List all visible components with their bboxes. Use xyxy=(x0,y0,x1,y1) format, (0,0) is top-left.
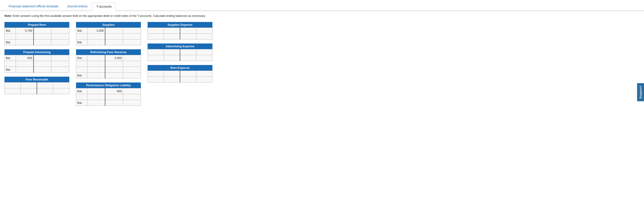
empty-cell[interactable] xyxy=(34,28,52,34)
value-cell[interactable]: 5,700 xyxy=(16,28,34,34)
tab-taccounts[interactable]: T-accounts xyxy=(92,3,116,11)
value-cell[interactable]: 600 xyxy=(105,88,123,94)
empty-cell[interactable] xyxy=(16,39,34,45)
empty-cell[interactable] xyxy=(105,67,123,73)
empty-cell[interactable] xyxy=(148,55,164,61)
empty-cell[interactable] xyxy=(123,34,141,39)
bal-label: Bal. xyxy=(5,28,16,34)
empty-cell[interactable] xyxy=(52,28,69,34)
empty-cell[interactable] xyxy=(37,82,53,88)
tab-journal-entries[interactable]: Journal entries xyxy=(63,3,92,11)
empty-cell[interactable] xyxy=(88,94,105,100)
table-row: Bal. 5,700 xyxy=(5,28,69,34)
empty-cell[interactable] xyxy=(16,67,34,73)
empty-cell[interactable] xyxy=(180,49,196,55)
empty-cell[interactable] xyxy=(180,71,196,77)
empty-cell[interactable] xyxy=(105,73,123,78)
empty-cell[interactable] xyxy=(196,71,212,77)
empty-cell[interactable] xyxy=(105,39,123,45)
note-text: Note: Enter answers using the first avai… xyxy=(0,11,644,20)
empty-cell[interactable] xyxy=(76,67,88,73)
empty-cell[interactable] xyxy=(5,61,16,67)
table-row: Bal. xyxy=(5,39,69,45)
empty-cell[interactable] xyxy=(123,94,141,100)
empty-cell[interactable] xyxy=(16,34,34,39)
empty-cell[interactable] xyxy=(180,55,196,61)
table-row xyxy=(148,71,212,77)
empty-cell[interactable] xyxy=(88,100,105,106)
value-cell[interactable]: 2,500 xyxy=(105,55,123,61)
empty-cell[interactable] xyxy=(5,88,21,94)
empty-cell[interactable] xyxy=(105,34,123,39)
empty-cell[interactable] xyxy=(76,94,88,100)
empty-cell[interactable] xyxy=(123,100,141,106)
empty-cell[interactable] xyxy=(123,39,141,45)
empty-cell[interactable] xyxy=(148,77,164,82)
empty-cell[interactable] xyxy=(16,61,34,67)
empty-cell[interactable] xyxy=(164,28,180,34)
empty-cell[interactable] xyxy=(52,61,69,67)
empty-cell[interactable] xyxy=(164,49,180,55)
empty-cell[interactable] xyxy=(105,100,123,106)
empty-cell[interactable] xyxy=(196,55,212,61)
empty-cell[interactable] xyxy=(88,61,105,67)
empty-cell[interactable] xyxy=(52,67,69,73)
empty-cell[interactable] xyxy=(196,34,212,39)
empty-cell[interactable] xyxy=(180,34,196,39)
empty-cell[interactable] xyxy=(164,34,180,39)
empty-cell[interactable] xyxy=(53,82,69,88)
empty-cell[interactable] xyxy=(52,39,69,45)
empty-cell[interactable] xyxy=(76,34,88,39)
empty-cell[interactable] xyxy=(88,39,105,45)
empty-cell[interactable] xyxy=(88,34,105,39)
t-account-supplies-expense: Supplies Expense xyxy=(148,22,212,39)
empty-cell[interactable] xyxy=(53,88,69,94)
empty-cell[interactable] xyxy=(164,55,180,61)
empty-cell[interactable] xyxy=(164,71,180,77)
empty-cell[interactable] xyxy=(34,39,52,45)
empty-cell[interactable] xyxy=(123,73,141,78)
empty-cell[interactable] xyxy=(123,61,141,67)
empty-cell[interactable] xyxy=(148,49,164,55)
empty-cell[interactable] xyxy=(34,61,52,67)
empty-cell[interactable] xyxy=(88,67,105,73)
empty-cell[interactable] xyxy=(105,94,123,100)
empty-cell[interactable] xyxy=(164,77,180,82)
empty-cell[interactable] xyxy=(37,88,53,94)
empty-cell[interactable] xyxy=(34,55,52,61)
empty-cell[interactable] xyxy=(88,55,105,61)
empty-cell[interactable] xyxy=(148,71,164,77)
empty-cell[interactable] xyxy=(148,34,164,39)
empty-cell[interactable] xyxy=(88,73,105,78)
empty-cell[interactable] xyxy=(88,88,105,94)
tab-financial-statement[interactable]: Financial statement effects template xyxy=(4,3,62,11)
table-row: Bal. 3,000 xyxy=(76,28,141,34)
empty-cell[interactable] xyxy=(52,55,69,61)
empty-cell[interactable] xyxy=(180,28,196,34)
empty-cell[interactable] xyxy=(196,77,212,82)
empty-cell[interactable] xyxy=(123,55,141,61)
value-cell[interactable]: 3,000 xyxy=(88,28,105,34)
value-cell[interactable]: 630 xyxy=(16,55,34,61)
empty-cell[interactable] xyxy=(123,67,141,73)
empty-cell[interactable] xyxy=(123,88,141,94)
empty-cell[interactable] xyxy=(180,77,196,82)
empty-cell[interactable] xyxy=(196,49,212,55)
tab-bar: Financial statement effects template Jou… xyxy=(0,0,644,11)
t-account-prepaid-advertising: Prepaid Advertising Bal. 630 xyxy=(4,49,69,73)
empty-cell[interactable] xyxy=(21,82,37,88)
empty-cell[interactable] xyxy=(105,61,123,67)
empty-cell[interactable] xyxy=(52,34,69,39)
support-button[interactable]: Support xyxy=(637,83,644,101)
empty-cell[interactable] xyxy=(5,34,16,39)
empty-cell[interactable] xyxy=(5,82,21,88)
empty-cell[interactable] xyxy=(148,28,164,34)
empty-cell[interactable] xyxy=(105,28,123,34)
empty-cell[interactable] xyxy=(123,28,141,34)
empty-cell[interactable] xyxy=(76,61,88,67)
empty-cell[interactable] xyxy=(34,67,52,73)
empty-cell[interactable] xyxy=(21,88,37,94)
empty-cell[interactable] xyxy=(34,34,52,39)
empty-cell[interactable] xyxy=(196,28,212,34)
table-row xyxy=(5,82,69,88)
